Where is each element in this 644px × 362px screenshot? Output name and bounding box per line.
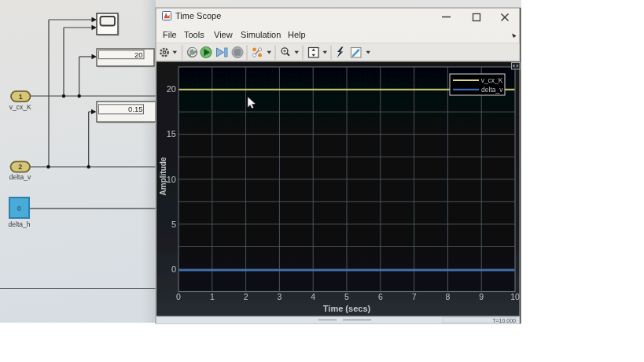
svg-text:T=10.000: T=10.000 (492, 318, 516, 323)
svg-text:0: 0 (171, 264, 176, 274)
svg-text:8: 8 (445, 292, 450, 301)
svg-text:2: 2 (18, 163, 22, 171)
svg-text:5: 5 (171, 220, 176, 229)
svg-text:1: 1 (19, 93, 23, 101)
svg-text:delta_v: delta_v (481, 86, 503, 94)
svg-text:2: 2 (244, 292, 248, 301)
svg-text:0: 0 (17, 204, 21, 212)
svg-text:0: 0 (176, 292, 181, 301)
svg-text:20: 20 (134, 50, 143, 59)
svg-text:delta_h: delta_h (9, 220, 31, 228)
svg-text:10: 10 (167, 175, 176, 184)
svg-text:Help: Help (288, 30, 306, 39)
svg-text:7: 7 (412, 292, 417, 301)
svg-text:Tools: Tools (184, 30, 204, 39)
svg-text:6: 6 (378, 292, 383, 301)
svg-text:Simulation: Simulation (241, 30, 281, 39)
svg-text:File: File (163, 30, 177, 39)
svg-text:1: 1 (210, 292, 215, 301)
svg-text:15: 15 (167, 129, 176, 139)
svg-text:v_cx_K: v_cx_K (9, 103, 31, 111)
svg-text:4: 4 (311, 292, 315, 301)
svg-text:View: View (214, 30, 233, 39)
svg-text:Time (secs): Time (secs) (323, 304, 371, 313)
svg-text:Time Scope: Time Scope (175, 11, 221, 20)
svg-text:20: 20 (167, 84, 176, 94)
svg-text:Amplitude: Amplitude (159, 157, 167, 195)
svg-text:delta_v: delta_v (9, 173, 31, 181)
svg-text:5: 5 (344, 292, 349, 301)
svg-text:0.15: 0.15 (128, 105, 143, 113)
svg-text:10: 10 (510, 292, 520, 301)
svg-text:v_cx_K: v_cx_K (481, 76, 503, 84)
svg-text:9: 9 (479, 292, 484, 301)
svg-text:3: 3 (277, 292, 282, 301)
